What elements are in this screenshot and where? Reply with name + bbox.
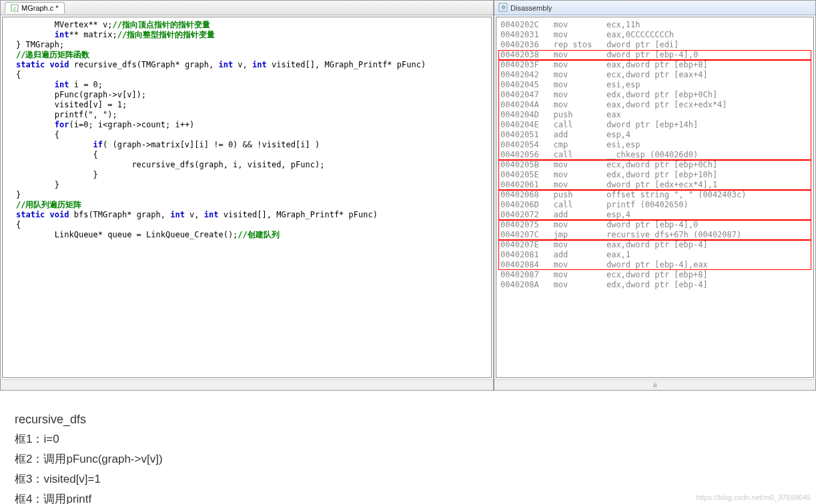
disasm-row: 00402068 push offset string ", " (004240…	[500, 190, 809, 200]
code-line: static void recursive_dfs(TMGraph* graph…	[16, 60, 486, 70]
code-line: printf(", ");	[16, 110, 486, 120]
disasm-row: 00402047 mov edx,dword ptr [ebp+0Ch]	[500, 90, 809, 100]
notes-area: recursive_dfs 框1：i=0框2：调用pFunc(graph->v[…	[0, 391, 816, 504]
disasm-row: 00402038 mov dword ptr [ebp-4],0	[500, 50, 809, 60]
disasm-row: 0040205E mov edx,dword ptr [ebp+10h]	[500, 170, 809, 180]
svg-text:c: c	[13, 5, 16, 11]
disasm-row: 0040204D push eax	[500, 110, 809, 120]
disasm-row: 0040207E mov eax,dword ptr [ebp-4]	[500, 240, 809, 250]
code-line: {	[16, 130, 486, 140]
scrollbar-horizontal[interactable]	[1, 379, 493, 390]
source-pane: c MGraph.c * MVertex** v;//指向顶点指针的指针变量 i…	[1, 1, 494, 390]
disasm-row: 00402031 mov eax,0CCCCCCCCh	[500, 30, 809, 40]
code-line: //递归遍历矩阵函数	[16, 50, 486, 60]
note-line: 框1：i=0	[15, 429, 801, 449]
disasm-row: 00402051 add esp,4	[500, 130, 809, 140]
code-line: if( (graph->matrix[v][i] != 0) && !visit…	[16, 140, 486, 150]
code-line: int i = 0;	[16, 80, 486, 90]
disassembly-view[interactable]: 0040202C mov ecx,11h00402031 mov eax,0CC…	[496, 17, 814, 378]
disasm-row: 0040206D call printf (00402650)	[500, 200, 809, 210]
code-line: {	[16, 220, 486, 230]
disasm-row: 0040205B mov ecx,dword ptr [ebp+0Ch]	[500, 160, 809, 170]
disasm-row: 00402084 mov dword ptr [ebp-4],eax	[500, 260, 809, 270]
disasm-row: 0040208A mov edx,dword ptr [ebp-4]	[500, 280, 809, 290]
note-line: 框4：调用printf	[15, 489, 801, 504]
disasm-row: 00402056 call __chkesp (004026d0)	[500, 150, 809, 160]
code-line: for(i=0; i<graph->count; i++)	[16, 120, 486, 130]
code-line: {	[16, 150, 486, 160]
code-line: LinkQueue* queue = LinkQueue_Create();//…	[16, 230, 486, 240]
tab-bar: c MGraph.c *	[1, 1, 493, 15]
disasm-row: 00402061 mov dword ptr [edx+ecx*4],1	[500, 180, 809, 190]
disasm-row: 0040203F mov eax,dword ptr [ebp+8]	[500, 60, 809, 70]
code-line: }	[16, 170, 486, 180]
code-editor[interactable]: MVertex** v;//指向顶点指针的指针变量 int** matrix;/…	[2, 17, 492, 378]
disasm-row: 00402087 mov ecx,dword ptr [ebp+8]	[500, 270, 809, 280]
note-line: 框2：调用pFunc(graph->v[v])	[15, 449, 801, 469]
disasm-row: 00402036 rep stos dword ptr [edi]	[500, 40, 809, 50]
code-line: visited[v] = 1;	[16, 100, 486, 110]
code-line: recursive_dfs(graph, i, visited, pFunc);	[16, 160, 486, 170]
note-line: 框3：visited[v]=1	[15, 469, 801, 489]
code-line: {	[16, 70, 486, 80]
code-line: //用队列遍历矩阵	[16, 200, 486, 210]
disasm-row: 0040202C mov ecx,11h	[500, 20, 809, 30]
disasm-row: 00402042 mov ecx,dword ptr [eax+4]	[500, 70, 809, 80]
disassembly-icon: ⚙	[498, 3, 508, 13]
disasm-row: 0040204E call dword ptr [ebp+14h]	[500, 120, 809, 130]
code-line: } TMGraph;	[16, 40, 486, 50]
disassembly-title-bar: ⚙ Disassembly	[494, 1, 815, 15]
code-line: static void bfs(TMGraph* graph, int v, i…	[16, 210, 486, 220]
disasm-row: 00402072 add esp,4	[500, 210, 809, 220]
disassembly-title: Disassembly	[510, 4, 552, 12]
code-line: int** matrix;//指向整型指针的指针变量	[16, 30, 486, 40]
scrollbar-horizontal[interactable]: ⅲ	[494, 379, 815, 390]
notes-title: recursive_dfs	[15, 409, 801, 429]
ide-window: c MGraph.c * MVertex** v;//指向顶点指针的指针变量 i…	[0, 0, 816, 391]
disasm-row: 00402045 mov esi,esp	[500, 80, 809, 90]
code-line: }	[16, 190, 486, 200]
code-line: pFunc(graph->v[v]);	[16, 90, 486, 100]
file-tab[interactable]: c MGraph.c *	[5, 2, 65, 13]
disasm-row: 0040204A mov eax,dword ptr [ecx+edx*4]	[500, 100, 809, 110]
disassembly-pane: ⚙ Disassembly 0040202C mov ecx,11h004020…	[494, 1, 815, 390]
disasm-row: 00402075 mov dword ptr [ebp-4],0	[500, 220, 809, 230]
watermark: https://blog.csdn.net/m0_37599645	[696, 493, 811, 501]
disasm-row: 00402054 cmp esi,esp	[500, 140, 809, 150]
disasm-row: 00402081 add eax,1	[500, 250, 809, 260]
code-line: MVertex** v;//指向顶点指针的指针变量	[16, 20, 486, 30]
disasm-row: 0040207C jmp recursive_dfs+67h (00402087…	[500, 230, 809, 240]
tab-label: MGraph.c *	[21, 4, 59, 12]
svg-text:⚙: ⚙	[501, 5, 506, 11]
c-file-icon: c	[11, 4, 19, 12]
code-line: }	[16, 180, 486, 190]
